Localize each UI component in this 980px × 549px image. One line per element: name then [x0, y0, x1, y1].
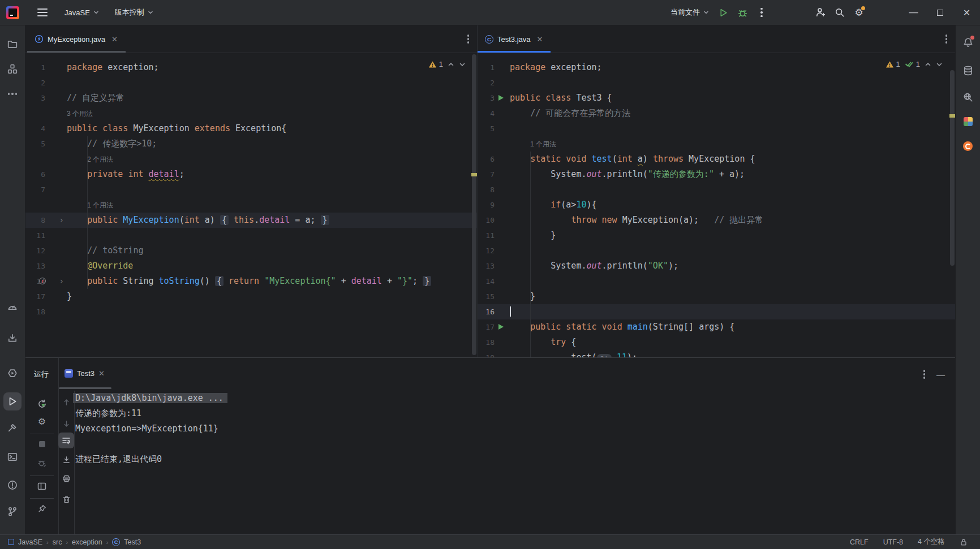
- code-line[interactable]: 18: [25, 304, 477, 319]
- more-actions-button[interactable]: [752, 4, 771, 21]
- breadcrumb-item[interactable]: JavaSE: [18, 538, 42, 546]
- code-line[interactable]: 16: [478, 304, 955, 319]
- breadcrumb-item[interactable]: exception: [72, 538, 102, 546]
- notifications-icon bell-icon[interactable]: [959, 33, 977, 51]
- code-line[interactable]: 14: [478, 274, 955, 289]
- prev-warning-icon[interactable]: [925, 61, 931, 68]
- code-line[interactable]: 5: [478, 121, 955, 136]
- services-tool-icon hexagon-play-icon[interactable]: [3, 364, 22, 382]
- pin-button pin-icon[interactable]: [34, 500, 50, 516]
- next-warning-icon[interactable]: [459, 61, 466, 68]
- code-line[interactable]: 3public class Test3 {: [478, 90, 955, 106]
- fold-arrow-icon[interactable]: ›: [59, 274, 64, 289]
- close-icon[interactable]: ✕: [537, 35, 543, 44]
- usages-inlay-hint[interactable]: 1 个用法: [530, 140, 556, 148]
- code-line[interactable]: 9 if(a>10){: [478, 197, 955, 213]
- code-line[interactable]: 13 @Override: [25, 258, 477, 274]
- code-line[interactable]: 1package exception;: [478, 60, 955, 75]
- image-plugin-icon[interactable]: [959, 113, 977, 131]
- line-separator-widget[interactable]: CRLF: [850, 538, 869, 546]
- left-inspection-widget[interactable]: 1: [428, 60, 466, 68]
- profiler-tool-icon gauge-icon[interactable]: [3, 297, 22, 315]
- console-output[interactable]: D:\Java\jdk8\bin\java.exe ...传递的参数为:11My…: [75, 391, 955, 534]
- warning-stripe-mark[interactable]: [949, 114, 955, 118]
- inlay-hint-line[interactable]: 1 个用法: [25, 197, 477, 213]
- clear-button trash-icon[interactable]: [58, 491, 74, 507]
- run-tab-test3[interactable]: Test3 ✕: [59, 358, 111, 389]
- override-gutter-icon[interactable]: ↑: [39, 278, 46, 284]
- code-line[interactable]: 2: [478, 75, 955, 90]
- vcs-widget[interactable]: 版本控制: [110, 4, 158, 21]
- layout-settings-button[interactable]: [34, 478, 50, 494]
- main-menu-icon[interactable]: [37, 8, 48, 16]
- search-everywhere-button[interactable]: [830, 4, 849, 21]
- panel-more-icon[interactable]: [923, 370, 926, 379]
- code-line[interactable]: 8› public MyException(int a) { this.deta…: [25, 213, 477, 228]
- run-gutter-icon[interactable]: [498, 95, 504, 101]
- problems-tool-icon exclamation-icon[interactable]: [3, 476, 22, 494]
- code-line[interactable]: 11 }: [478, 228, 955, 243]
- minimize-button[interactable]: —: [900, 0, 927, 25]
- usages-inlay-hint[interactable]: 3 个用法: [67, 110, 93, 118]
- tab-myexception[interactable]: MyException.java ✕: [27, 25, 126, 53]
- panel-hide-icon[interactable]: —: [936, 370, 945, 379]
- encoding-widget[interactable]: UTF-8: [883, 538, 903, 546]
- usages-inlay-hint[interactable]: 1 个用法: [87, 201, 113, 209]
- debug-button[interactable]: [733, 4, 752, 21]
- prev-warning-icon[interactable]: [448, 61, 454, 68]
- code-line[interactable]: 14↑› public String toString() { return "…: [25, 274, 477, 289]
- right-tab-options-icon[interactable]: [945, 34, 948, 44]
- code-line[interactable]: 17}: [25, 289, 477, 304]
- usages-inlay-hint[interactable]: 2 个用法: [87, 155, 113, 163]
- breadcrumb-item[interactable]: Test3: [124, 538, 141, 546]
- run-tool-icon play-icon[interactable]: [3, 392, 22, 410]
- code-line[interactable]: 8: [478, 182, 955, 197]
- fold-arrow-icon[interactable]: ›: [59, 213, 64, 228]
- up-stack-trace-button arrow-up-icon[interactable]: [58, 394, 74, 410]
- code-with-me-button[interactable]: [811, 4, 830, 21]
- code-line[interactable]: 19 test(a: 11);: [478, 350, 955, 357]
- code-line[interactable]: 13 System.out.println("OK");: [478, 258, 955, 274]
- install-tool-icon arrow-download-icon[interactable]: [3, 329, 22, 347]
- run-settings-button gear-icon[interactable]: ⚙: [34, 414, 50, 430]
- web-search-icon globe-magnifier-icon[interactable]: [959, 88, 977, 106]
- scroll-to-end-button[interactable]: [58, 452, 74, 468]
- code-line[interactable]: 3// 自定义异常: [25, 90, 477, 106]
- code-line[interactable]: 10 throw new MyException(a); // 抛出异常: [478, 213, 955, 228]
- code-line[interactable]: 6 static void test(int a) throws MyExcep…: [478, 152, 955, 167]
- run-gutter-icon[interactable]: [498, 324, 504, 330]
- inlay-hint-line[interactable]: 3 个用法: [25, 106, 477, 121]
- inlay-hint-line[interactable]: 2 个用法: [25, 152, 477, 167]
- close-icon[interactable]: ✕: [98, 369, 105, 378]
- warning-stripe-mark[interactable]: [471, 173, 477, 176]
- indent-widget[interactable]: 4 个空格: [918, 537, 945, 547]
- run-button[interactable]: [713, 4, 733, 21]
- print-button printer-icon[interactable]: [58, 470, 74, 486]
- tab-test3[interactable]: C Test3.java ✕: [478, 25, 551, 53]
- close-icon[interactable]: ✕: [111, 35, 118, 44]
- project-tool-icon folder-icon[interactable]: [3, 35, 22, 53]
- lock-icon[interactable]: [960, 538, 968, 546]
- version-control-tool-icon branch-icon[interactable]: [3, 503, 22, 521]
- terminal-tool-icon[interactable]: [3, 448, 22, 466]
- structure-tool-icon[interactable]: [3, 60, 22, 78]
- code-line[interactable]: 12: [478, 243, 955, 258]
- left-tab-options-icon[interactable]: [467, 34, 470, 44]
- settings-button[interactable]: ⚙: [849, 4, 869, 21]
- code-line[interactable]: 18 try {: [478, 335, 955, 350]
- soft-wrap-button[interactable]: [58, 433, 74, 448]
- maximize-button[interactable]: [927, 0, 953, 25]
- stop-button[interactable]: [34, 436, 50, 452]
- console-line[interactable]: 进程已结束,退出代码0: [75, 452, 955, 467]
- run-config-widget[interactable]: 当前文件: [666, 4, 713, 21]
- breadcrumb-item[interactable]: src: [53, 538, 62, 546]
- build-tool-icon hammer-icon[interactable]: [3, 419, 22, 437]
- database-tool-icon[interactable]: [959, 62, 977, 80]
- code-line[interactable]: 17 public static void main(String[] args…: [478, 319, 955, 335]
- code-line[interactable]: 7 System.out.println("传递的参数为:" + a);: [478, 167, 955, 182]
- orange-plugin-icon[interactable]: [959, 137, 977, 155]
- code-line[interactable]: 4 // 可能会存在异常的方法: [478, 106, 955, 121]
- left-editor-scrollbar[interactable]: [471, 53, 477, 357]
- code-line[interactable]: 7: [25, 182, 477, 197]
- right-inspection-widget[interactable]: 1 1: [886, 60, 943, 68]
